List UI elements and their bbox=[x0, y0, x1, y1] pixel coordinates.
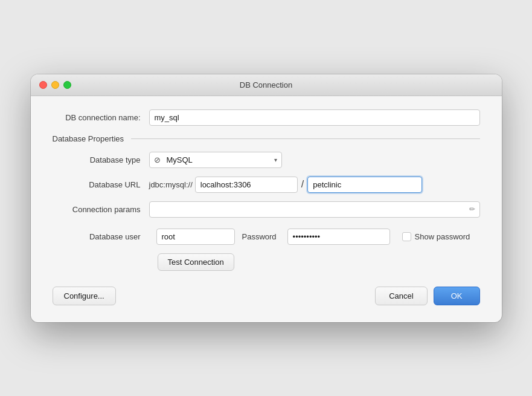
maximize-button[interactable] bbox=[63, 81, 71, 89]
connection-params-label: Connection params bbox=[53, 205, 149, 214]
section-divider-line bbox=[131, 138, 479, 139]
dialog-content: DB connection name: Database Properties … bbox=[31, 96, 502, 322]
configure-button[interactable]: Configure... bbox=[53, 287, 116, 305]
cancel-button[interactable]: Cancel bbox=[375, 287, 427, 305]
connection-params-row: Connection params ✏ bbox=[53, 201, 480, 218]
db-connection-name-row: DB connection name: bbox=[53, 109, 480, 126]
database-user-input[interactable] bbox=[156, 229, 235, 245]
database-url-label: Database URL bbox=[53, 180, 149, 189]
url-prefix: jdbc:mysql:// bbox=[149, 180, 193, 189]
connection-params-input-wrapper: ✏ bbox=[149, 201, 480, 218]
footer: Configure... Cancel OK bbox=[53, 287, 480, 305]
test-connection-row: Test Connection bbox=[158, 253, 480, 271]
database-type-row: Database type ⊘ MySQL ▾ bbox=[53, 152, 480, 168]
db-connection-dialog: DB Connection DB connection name: Databa… bbox=[31, 74, 502, 322]
window-title: DB Connection bbox=[240, 80, 292, 89]
close-button[interactable] bbox=[39, 81, 47, 89]
database-properties-label: Database Properties bbox=[53, 134, 124, 143]
title-bar: DB Connection bbox=[31, 74, 502, 96]
test-connection-button[interactable]: Test Connection bbox=[158, 253, 234, 271]
edit-icon[interactable]: ✏ bbox=[469, 205, 475, 213]
ok-button[interactable]: OK bbox=[434, 287, 480, 305]
minimize-button[interactable] bbox=[51, 81, 59, 89]
user-password-row: Database user Password Show password bbox=[53, 229, 480, 245]
password-label: Password bbox=[242, 232, 277, 241]
show-password-row: Show password bbox=[402, 232, 470, 241]
database-user-label: Database user bbox=[53, 232, 149, 241]
url-row: jdbc:mysql:// / bbox=[149, 177, 480, 193]
url-slash: / bbox=[301, 179, 304, 190]
url-host-input[interactable] bbox=[195, 177, 298, 193]
database-url-row: Database URL jdbc:mysql:// / bbox=[53, 177, 480, 193]
footer-right-buttons: Cancel OK bbox=[375, 287, 479, 305]
database-type-label: Database type bbox=[53, 155, 149, 164]
database-type-select[interactable]: MySQL bbox=[149, 152, 282, 168]
database-properties-section: Database Properties bbox=[53, 134, 480, 143]
connection-params-input[interactable] bbox=[149, 201, 480, 218]
db-connection-name-label: DB connection name: bbox=[53, 113, 149, 122]
traffic-lights bbox=[39, 81, 71, 89]
database-type-select-wrapper: ⊘ MySQL ▾ bbox=[149, 152, 282, 168]
show-password-label: Show password bbox=[415, 232, 470, 241]
url-database-input[interactable] bbox=[307, 177, 422, 193]
db-connection-name-input[interactable] bbox=[149, 109, 480, 126]
password-input[interactable] bbox=[287, 229, 390, 245]
show-password-checkbox[interactable] bbox=[402, 232, 411, 241]
